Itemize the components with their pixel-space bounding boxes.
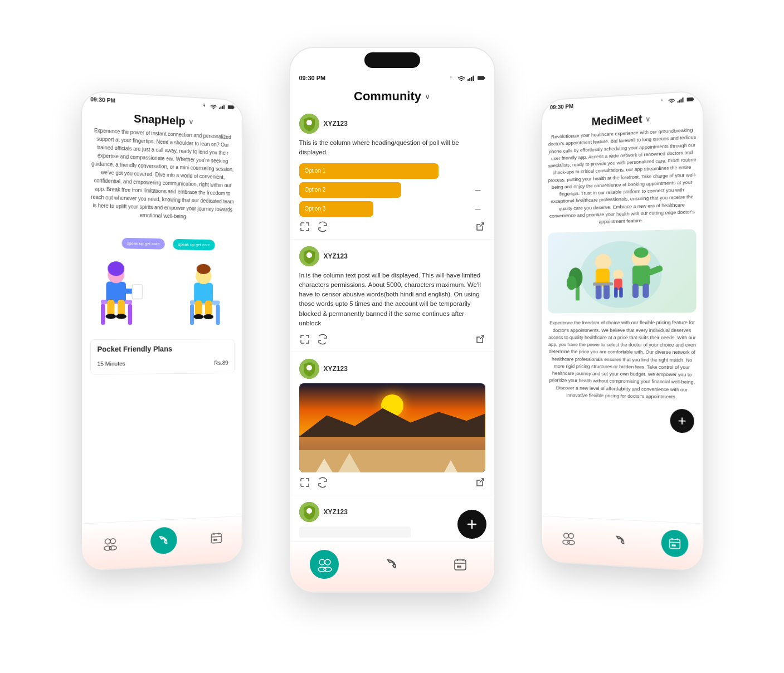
svg-rect-75 (614, 287, 617, 298)
svg-rect-81 (669, 539, 680, 549)
nav-call-left[interactable] (150, 526, 177, 554)
signal-icon-r (677, 97, 684, 103)
avatar-shield-1 (299, 114, 319, 134)
calendar-icon-left (210, 530, 223, 545)
fab-plus-icon-right (676, 416, 687, 426)
author-name-1: XYZ123 (324, 120, 348, 128)
svg-point-42 (306, 252, 312, 258)
community-icon-left (102, 535, 116, 550)
status-time-right: 09:30 PM (549, 103, 573, 110)
nav-calendar-left[interactable] (203, 524, 229, 552)
snaphelp-description-area: Experience the power of instant connecti… (82, 126, 242, 375)
chevron-center[interactable]: ∨ (425, 92, 430, 101)
app-title-right: MediMeet (591, 113, 642, 129)
svg-rect-51 (455, 560, 466, 570)
svg-rect-17 (132, 285, 142, 299)
share-icon-1[interactable] (474, 221, 485, 232)
svg-rect-8 (128, 304, 132, 325)
svg-rect-55 (682, 97, 683, 103)
status-time-left: 09:30 PM (90, 96, 115, 104)
post-action-left-2 (299, 334, 328, 345)
poll-option-1-tag: Vote (469, 168, 485, 174)
person-left-figure (95, 247, 147, 331)
svg-rect-33 (468, 79, 469, 81)
status-icons-left (201, 103, 234, 110)
svg-rect-64 (595, 284, 601, 300)
community-icon-right (561, 530, 574, 545)
post-text-content: In is the column text post will be displ… (299, 271, 485, 329)
call-icon-right (613, 533, 628, 548)
refresh-icon-3[interactable] (317, 477, 328, 488)
center-phone: 09:30 PM Community ∨ (289, 47, 495, 593)
fab-right[interactable] (670, 409, 694, 433)
post-author-2: XYZ123 (299, 246, 485, 266)
svg-point-47 (319, 559, 325, 565)
nav-calendar-center[interactable] (446, 550, 475, 579)
pocket-plans-section: Pocket Friendly Plans 15 Minutes Rs.89 (90, 339, 235, 374)
status-icons-right (659, 96, 694, 104)
bottom-nav-right (542, 516, 702, 570)
avatar-2 (299, 246, 319, 266)
svg-point-29 (110, 538, 115, 544)
expand-icon-1[interactable] (299, 221, 310, 232)
svg-point-78 (568, 533, 573, 539)
svg-rect-13 (118, 300, 125, 315)
post-card-image: XYZ123 (290, 352, 494, 495)
svg-rect-69 (632, 284, 639, 298)
nav-call-right[interactable] (607, 526, 634, 554)
refresh-icon-2[interactable] (317, 334, 328, 345)
fab-add-button[interactable] (457, 510, 486, 539)
post-image-container (299, 383, 485, 472)
center-scroll[interactable]: XYZ123 This is the column where heading/… (290, 107, 494, 539)
chevron-left[interactable]: ∨ (188, 118, 193, 126)
signal-icon-c (468, 75, 475, 81)
svg-rect-3 (223, 105, 225, 109)
battery-icon-c (478, 75, 485, 81)
post-partial-line (299, 526, 411, 538)
share-icon-3[interactable] (474, 477, 485, 488)
svg-point-27 (203, 314, 213, 319)
call-icon-left (157, 533, 171, 548)
left-scroll[interactable]: Experience the power of instant connecti… (82, 126, 242, 572)
refresh-icon-1[interactable] (317, 221, 328, 232)
svg-point-44 (306, 365, 312, 370)
nav-community-left[interactable] (96, 529, 123, 558)
svg-rect-7 (101, 304, 105, 324)
poll-option-1[interactable]: Option 1 Vote (299, 163, 485, 179)
nav-community-right[interactable] (555, 524, 581, 552)
person-right-figure (180, 249, 230, 331)
doctor-scene-svg (566, 232, 677, 311)
nav-call-center[interactable] (378, 550, 407, 579)
right-scroll[interactable]: Revolutionize your healthcare experience… (542, 126, 702, 572)
post-action-left-1 (299, 221, 328, 232)
svg-point-40 (306, 120, 312, 125)
svg-rect-24 (195, 300, 202, 315)
share-icon-2[interactable] (474, 334, 485, 345)
poll-option-2-label: Option 2 (299, 187, 475, 193)
chevron-right[interactable]: ∨ (645, 115, 650, 123)
bt-icon-r (659, 98, 666, 104)
svg-rect-54 (680, 99, 681, 103)
expand-icon-2[interactable] (299, 334, 310, 345)
plan-price: Rs.89 (214, 360, 228, 366)
svg-rect-35 (471, 77, 472, 81)
nav-calendar-right[interactable] (661, 529, 688, 558)
avatar-shield-2 (299, 246, 319, 266)
bubble-right: speak up get care (173, 239, 215, 251)
left-phone: 09:30 PM SnapHelp ∨ Experience the p (81, 90, 244, 572)
snaphelp-description: Experience the power of instant connecti… (90, 126, 235, 222)
expand-icon-3[interactable] (299, 477, 310, 488)
avatar-4 (299, 502, 319, 522)
bottom-nav-left (82, 516, 242, 570)
poll-option-3[interactable]: Option 3 — (299, 201, 485, 217)
status-time-center: 09:30 PM (299, 75, 326, 81)
svg-rect-25 (204, 300, 211, 315)
calendar-icon-right (668, 535, 682, 550)
svg-point-80 (567, 540, 574, 544)
poll-option-2[interactable]: Option 2 — (299, 182, 485, 198)
svg-point-77 (563, 533, 568, 538)
nav-community-center[interactable] (310, 550, 339, 579)
svg-point-14 (105, 314, 116, 319)
svg-point-48 (325, 559, 330, 565)
pocket-title: Pocket Friendly Plans (97, 344, 228, 353)
